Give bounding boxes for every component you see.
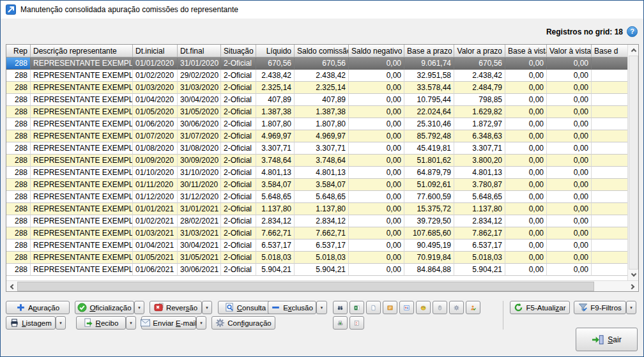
grid-cell[interactable]: 0,00 — [505, 130, 547, 142]
grid-cell[interactable]: 288 — [6, 118, 31, 130]
grid-cell[interactable]: 31/07/2020 — [178, 130, 221, 142]
grid-cell[interactable]: 6.537,17 — [454, 239, 505, 252]
grid-cell[interactable]: 0,00 — [547, 203, 592, 215]
grid-cell[interactable] — [592, 155, 627, 167]
scroll-right-button[interactable] — [627, 281, 638, 292]
grid-cell[interactable]: 01/06/2020 — [133, 118, 178, 130]
grid-cell[interactable] — [592, 191, 627, 203]
column-header-11[interactable]: Valor à vista — [547, 45, 592, 57]
grid-cell[interactable]: 0,00 — [349, 191, 404, 203]
table-row[interactable]: 288REPRESENTANTE EXEMPLO 0101/10/202031/… — [6, 167, 627, 179]
grid-cell[interactable]: 5.904,21 — [256, 264, 295, 276]
column-header-7[interactable]: Saldo negativo — [349, 45, 404, 57]
grid-cell[interactable]: 5.904,21 — [295, 264, 349, 276]
user-check-icon-button[interactable] — [466, 301, 480, 314]
grid-cell[interactable]: 0,00 — [547, 106, 592, 118]
column-header-2[interactable]: Dt.inicial — [133, 45, 178, 57]
grid-cell[interactable]: 288 — [6, 191, 31, 203]
grid-cell[interactable]: 0,00 — [505, 227, 547, 239]
grid-cell[interactable]: 0,00 — [547, 215, 592, 227]
exclusao-button[interactable]: Exclusão — [268, 301, 316, 314]
grid-cell[interactable]: 3.748,64 — [256, 155, 295, 167]
grid-cell[interactable]: 01/11/2020 — [133, 179, 178, 191]
grid-cell[interactable]: 2-Oficial — [221, 191, 256, 203]
grid-cell[interactable] — [592, 82, 627, 94]
grid-cell[interactable]: 0,00 — [505, 106, 547, 118]
grid-cell[interactable]: 3.584,07 — [256, 179, 295, 191]
column-header-8[interactable]: Base a prazo — [404, 45, 454, 57]
f9-filtros-dropdown[interactable]: ▼ — [626, 301, 636, 314]
grid-cell[interactable]: 1.807,80 — [295, 118, 349, 130]
grid-cell[interactable]: 670,56 — [454, 57, 505, 70]
grid-cell[interactable]: 01/06/2021 — [133, 264, 178, 276]
grid-cell[interactable] — [592, 264, 627, 276]
grid-cell[interactable]: 01/03/2020 — [133, 82, 178, 94]
grid-cell[interactable]: 45.419,81 — [404, 142, 454, 155]
vertical-scrollbar[interactable] — [627, 45, 638, 280]
grid-cell[interactable]: 2-Oficial — [221, 57, 256, 70]
grid-cell[interactable]: 22.024,64 — [404, 106, 454, 118]
new-document-icon-button[interactable] — [366, 301, 381, 314]
consulta-button[interactable]: Consulta — [218, 301, 273, 314]
table-row[interactable]: 288REPRESENTANTE EXEMPLO 0101/03/202031/… — [6, 82, 627, 94]
grid-cell[interactable]: 3.584,07 — [295, 179, 349, 191]
grid-cell[interactable]: 0,00 — [547, 191, 592, 203]
grid-cell[interactable] — [592, 215, 627, 227]
grid-cell[interactable]: 0,00 — [547, 252, 592, 264]
grid-cell[interactable]: 30/04/2020 — [178, 94, 221, 106]
grid-cell[interactable]: REPRESENTANTE EXEMPLO 01 — [31, 118, 133, 130]
grid-cell[interactable]: 1.137,80 — [295, 203, 349, 215]
horizontal-scrollbar[interactable] — [6, 280, 638, 291]
vertical-scroll-thumb[interactable] — [629, 56, 638, 270]
grid-cell[interactable]: 2.438,42 — [256, 70, 295, 82]
grid-cell[interactable]: REPRESENTANTE EXEMPLO 01 — [31, 227, 133, 239]
grid-cell[interactable]: 0,00 — [547, 57, 592, 70]
grid-cell[interactable]: 0,00 — [505, 264, 547, 276]
grid-cell[interactable]: 2-Oficial — [221, 264, 256, 276]
grid-cell[interactable]: 288 — [6, 264, 31, 276]
grid-cell[interactable]: 0,00 — [547, 155, 592, 167]
grid-cell[interactable]: 01/10/2020 — [133, 167, 178, 179]
grid-cell[interactable]: 107.685,60 — [404, 227, 454, 239]
grid-cell[interactable]: 0,00 — [505, 94, 547, 106]
grid-cell[interactable]: 0,00 — [547, 82, 592, 94]
grid-cell[interactable]: 0,00 — [547, 239, 592, 252]
grid-cell[interactable]: 31/10/2020 — [178, 167, 221, 179]
table-row[interactable]: 288REPRESENTANTE EXEMPLO 0101/01/202131/… — [6, 203, 627, 215]
grid-cell[interactable]: 01/05/2020 — [133, 106, 178, 118]
grid-cell[interactable]: REPRESENTANTE EXEMPLO 01 — [31, 239, 133, 252]
grid-cell[interactable]: 33.578,44 — [404, 82, 454, 94]
column-header-0[interactable]: Rep — [6, 45, 31, 57]
grid-cell[interactable]: 10.795,44 — [404, 94, 454, 106]
grid-cell[interactable]: 01/02/2020 — [133, 70, 178, 82]
grid-cell[interactable]: 0,00 — [505, 252, 547, 264]
grid-cell[interactable]: 2-Oficial — [221, 167, 256, 179]
exclusao-dropdown[interactable]: ▼ — [316, 301, 327, 314]
column-header-1[interactable]: Descrição representante — [31, 45, 133, 57]
grid-cell[interactable]: 85.792,48 — [404, 130, 454, 142]
scroll-up-button[interactable] — [628, 45, 639, 56]
grid-cell[interactable]: 64.879,79 — [404, 167, 454, 179]
grid-cell[interactable] — [592, 94, 627, 106]
column-header-12[interactable]: Base d — [592, 45, 627, 57]
grid-cell[interactable]: REPRESENTANTE EXEMPLO 01 — [31, 57, 133, 70]
column-header-4[interactable]: Situação — [221, 45, 256, 57]
table-row[interactable]: 288REPRESENTANTE EXEMPLO 0101/06/202030/… — [6, 118, 627, 130]
grid-cell[interactable]: 30/09/2020 — [178, 155, 221, 167]
oficializacao-dropdown[interactable]: ▼ — [134, 301, 144, 314]
grid-cell[interactable]: 0,00 — [505, 118, 547, 130]
grid-cell[interactable]: 2-Oficial — [221, 155, 256, 167]
grid-cell[interactable]: 670,56 — [295, 57, 349, 70]
grid-cell[interactable]: 39.729,50 — [404, 215, 454, 227]
grid-cell[interactable]: 3.307,71 — [295, 142, 349, 155]
grid-cell[interactable]: 0,00 — [547, 130, 592, 142]
grid-cell[interactable]: 31/01/2021 — [178, 203, 221, 215]
grid-cell[interactable]: 4.969,97 — [256, 130, 295, 142]
checklist-icon-button[interactable] — [349, 316, 364, 330]
grid-cell[interactable]: 31/08/2020 — [178, 142, 221, 155]
grid-cell[interactable]: REPRESENTANTE EXEMPLO 01 — [31, 252, 133, 264]
grid-cell[interactable]: 288 — [6, 155, 31, 167]
grid-cell[interactable]: 0,00 — [547, 142, 592, 155]
grid-cell[interactable]: 3.307,71 — [256, 142, 295, 155]
enviar-email-button[interactable]: Enviar E-mail — [141, 316, 196, 330]
